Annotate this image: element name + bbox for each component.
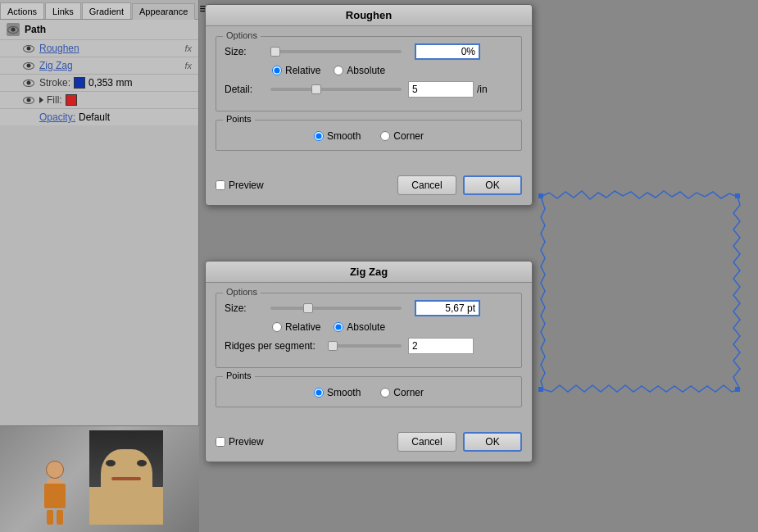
roughen-size-label: Size: [225, 46, 266, 57]
thumbnail-preview [0, 426, 199, 532]
zigzag-size-slider-thumb[interactable] [303, 303, 313, 313]
zigzag-absolute-radio[interactable] [334, 322, 343, 332]
zigzag-size-label: Size: [225, 302, 266, 314]
zigzag-preview-label[interactable]: Preview [216, 436, 264, 448]
zigzag-cancel-button[interactable]: Cancel [397, 432, 456, 452]
zigzag-size-slider-track [270, 307, 402, 310]
roughen-dialog-buttons: Preview Cancel OK [206, 169, 532, 205]
roughen-points-legend: Points [223, 114, 255, 124]
roughen-preview-label[interactable]: Preview [216, 180, 264, 191]
zigzag-absolute-label[interactable]: Absolute [334, 321, 385, 333]
roughen-detail-unit: /in [477, 84, 488, 95]
canvas-area [529, 0, 758, 532]
roughen-size-input[interactable] [415, 43, 480, 60]
stroke-row: Stroke: 0,353 mm [0, 75, 198, 92]
zigzag-options-group: Options Size: Relative A [216, 293, 522, 368]
roughen-points-group: Points Smooth Corner [216, 120, 522, 151]
roughen-dialog: Roughen Options Size: Relative [205, 4, 533, 206]
roughen-effect-name[interactable]: Roughen [39, 43, 181, 54]
tab-actions[interactable]: Actions [0, 2, 44, 19]
roughen-detail-input[interactable] [408, 81, 474, 98]
zigzag-effect-row: Zig Zag fx [0, 57, 198, 75]
wavy-shape [537, 189, 742, 410]
left-panel: Actions Links Gradient Appearance ≡ Path… [0, 0, 199, 532]
zigzag-ridges-input[interactable] [408, 338, 474, 354]
roughen-options-legend: Options [223, 30, 261, 40]
tab-appearance[interactable]: Appearance [132, 3, 195, 20]
zigzag-smooth-radio[interactable] [314, 388, 324, 398]
roughen-detail-row: Detail: /in [225, 81, 513, 98]
zigzag-ridges-label: Ridges per segment: [225, 340, 323, 352]
zigzag-points-radio-row: Smooth Corner [225, 387, 513, 398]
roughen-ok-button[interactable]: OK [463, 175, 522, 195]
zigzag-dialog: Zig Zag Options Size: Relative [205, 261, 533, 462]
roughen-fx-badge: fx [184, 43, 192, 53]
path-header: Path [0, 20, 198, 40]
zigzag-size-input[interactable] [415, 300, 480, 316]
roughen-detail-slider-thumb[interactable] [311, 84, 321, 94]
roughen-absolute-label[interactable]: Absolute [334, 65, 385, 76]
path-label: Path [25, 24, 46, 35]
zigzag-points-legend: Points [223, 371, 255, 380]
roughen-cancel-button[interactable]: Cancel [397, 175, 456, 195]
stroke-visibility-eye[interactable] [23, 77, 34, 89]
zigzag-dialog-buttons: Preview Cancel OK [206, 425, 532, 462]
roughen-relative-label[interactable]: Relative [272, 65, 320, 76]
fill-label: Fill: [47, 94, 62, 106]
tab-gradient[interactable]: Gradient [82, 2, 131, 19]
svg-rect-0 [538, 193, 543, 198]
opacity-label[interactable]: Opacity: [39, 111, 75, 123]
roughen-size-slider-thumb[interactable] [270, 47, 280, 57]
roughen-relative-radio[interactable] [272, 66, 282, 75]
opacity-value: Default [79, 111, 110, 123]
zigzag-size-row: Size: [225, 300, 513, 316]
zigzag-smooth-label[interactable]: Smooth [314, 387, 361, 398]
tab-links[interactable]: Links [45, 2, 81, 19]
zigzag-options-legend: Options [223, 287, 261, 297]
zigzag-relative-absolute-row: Relative Absolute [225, 321, 513, 333]
svg-rect-1 [735, 193, 740, 198]
zigzag-ok-button[interactable]: OK [463, 432, 522, 452]
roughen-size-row: Size: [225, 43, 513, 60]
opacity-row: Opacity: Default [0, 109, 198, 125]
tabs-bar: Actions Links Gradient Appearance ≡ [0, 0, 198, 20]
roughen-relative-absolute-row: Relative Absolute [225, 65, 513, 76]
fill-expand-arrow[interactable] [39, 97, 43, 103]
zigzag-fx-badge: fx [184, 61, 192, 70]
zigzag-corner-label[interactable]: Corner [380, 387, 424, 398]
svg-rect-3 [538, 387, 543, 392]
stroke-label: Stroke: [39, 77, 70, 89]
fill-visibility-eye[interactable] [23, 94, 34, 106]
zigzag-relative-radio[interactable] [272, 322, 282, 332]
roughen-detail-slider-track [270, 88, 402, 91]
path-visibility-eye[interactable] [7, 23, 20, 36]
thumbnail-area [0, 425, 199, 532]
fill-color-swatch[interactable] [66, 94, 77, 106]
roughen-size-slider-track [270, 50, 402, 53]
zigzag-relative-label[interactable]: Relative [272, 321, 320, 333]
roughen-options-group: Options Size: Relative A [216, 36, 522, 111]
svg-rect-2 [735, 387, 740, 392]
roughen-preview-checkbox[interactable] [216, 180, 225, 190]
roughen-dialog-title: Roughen [206, 5, 532, 26]
roughen-detail-label: Detail: [225, 84, 266, 95]
roughen-visibility-eye[interactable] [23, 43, 34, 54]
zigzag-dialog-content: Options Size: Relative A [206, 283, 532, 425]
stroke-value: 0,353 mm [89, 77, 132, 89]
zigzag-corner-radio[interactable] [380, 388, 390, 398]
roughen-points-radio-row: Smooth Corner [225, 130, 513, 142]
stroke-color-swatch[interactable] [74, 77, 85, 89]
zigzag-preview-checkbox[interactable] [216, 437, 225, 447]
roughen-smooth-label[interactable]: Smooth [314, 130, 361, 142]
roughen-smooth-radio[interactable] [314, 131, 324, 141]
roughen-absolute-radio[interactable] [334, 66, 343, 75]
roughen-corner-label[interactable]: Corner [380, 130, 424, 142]
fill-row: Fill: [0, 92, 198, 109]
roughen-dialog-content: Options Size: Relative A [206, 26, 532, 169]
zigzag-ridges-slider-thumb[interactable] [328, 341, 338, 351]
zigzag-visibility-eye[interactable] [23, 60, 34, 71]
roughen-effect-row: Roughen fx [0, 40, 198, 57]
roughen-corner-radio[interactable] [380, 131, 390, 141]
zigzag-dialog-title: Zig Zag [206, 261, 532, 283]
zigzag-effect-name[interactable]: Zig Zag [39, 60, 181, 71]
